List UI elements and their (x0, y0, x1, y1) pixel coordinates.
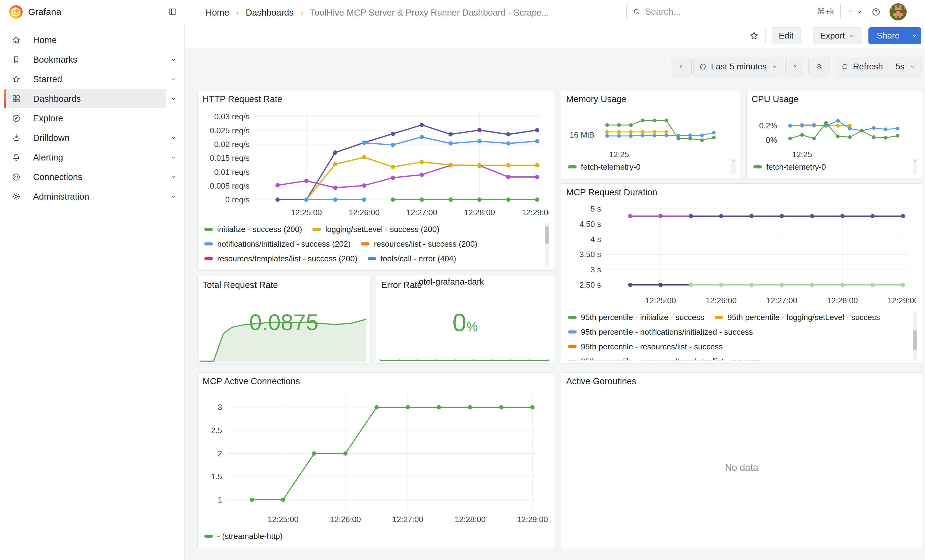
svg-text:12:25: 12:25 (792, 150, 812, 159)
panel-title[interactable]: MCP Active Connections (202, 376, 549, 389)
chevron-down-icon (856, 9, 863, 15)
legend-item[interactable]: unknown - success (200) (424, 266, 525, 267)
search-icon (633, 8, 640, 15)
panel-title[interactable]: MCP Request Duration (566, 188, 917, 200)
legend-scrollbar-thumb[interactable] (913, 159, 917, 161)
user-avatar[interactable] (889, 3, 907, 21)
sidebar-item-starred[interactable]: Starred (4, 70, 166, 89)
sidebar-item-connections[interactable]: Connections (4, 168, 166, 186)
help-button[interactable] (871, 8, 881, 17)
legend-item[interactable]: logging/setLevel - success (200) (312, 222, 439, 237)
legend-item[interactable]: tools/call - error (404) (368, 251, 456, 266)
add-button[interactable] (845, 8, 863, 17)
mcp-active-connections-chart[interactable]: 1 1.5 2 2.5 312:25:0012:26:0012:27:0012:… (202, 389, 549, 529)
sidebar-row: Alerting (4, 148, 181, 167)
svg-text:0%: 0% (765, 135, 777, 144)
legend-item[interactable]: - (streamable-http) (204, 529, 283, 543)
sidebar-item-explore[interactable]: Explore (4, 109, 166, 128)
legend-item[interactable]: tools/list - success (200) (315, 266, 413, 267)
chevron-down-icon[interactable] (170, 154, 177, 161)
legend-item[interactable]: 95th percentile - resources/templates/li… (568, 354, 759, 360)
search-shortcut: ⌘+k (817, 7, 834, 17)
legend-item[interactable]: 95th percentile - notifications/initiali… (568, 324, 753, 339)
panel-total-request-rate: Total Request Rate 0.0875 (197, 276, 371, 364)
legend-item[interactable]: fetch-telemetry-0 (568, 159, 640, 174)
memory-usage-chart[interactable]: 16 MiB12:25 (566, 107, 736, 159)
legend-scrollbar-thumb[interactable] (913, 330, 917, 350)
breadcrumb-home[interactable]: Home (206, 8, 229, 18)
chevron-down-icon (771, 63, 777, 70)
sidebar-item-bookmarks[interactable]: Bookmarks (4, 50, 166, 69)
chevron-down-icon[interactable] (170, 76, 177, 83)
legend-scrollbar (913, 311, 917, 360)
panel-title[interactable]: CPU Usage (752, 94, 917, 107)
sidebar-item-drilldown[interactable]: Drilldown (4, 128, 166, 147)
grafana-logo[interactable] (9, 5, 23, 19)
sidebar: Home Bookmarks Starred Dashboards Explor… (0, 24, 185, 560)
chevron-down-icon[interactable] (170, 135, 177, 141)
legend-scrollbar-thumb[interactable] (731, 159, 736, 161)
breadcrumb: Home › Dashboards › ToolHive MCP Server … (206, 8, 549, 18)
sidebar-item-alerting[interactable]: Alerting (4, 148, 166, 167)
plus-icon (845, 8, 855, 17)
chevron-down-icon[interactable] (170, 56, 177, 63)
export-button[interactable]: Export (813, 27, 862, 44)
active-indicator (4, 89, 6, 108)
chevron-down-icon[interactable] (170, 174, 177, 180)
svg-text:12:29:00: 12:29:00 (888, 296, 917, 305)
legend-item[interactable]: tools/call - success (200) (204, 266, 305, 267)
legend-item[interactable]: initialize - success (200) (204, 222, 302, 237)
refresh-interval-dropdown[interactable]: 5s (889, 57, 922, 76)
favorite-star-button[interactable] (749, 30, 759, 41)
time-range-picker[interactable]: Last 5 minutes (693, 57, 783, 77)
panel-title[interactable]: Memory Usage (566, 94, 736, 107)
svg-text:12:27:00: 12:27:00 (392, 515, 423, 524)
time-shift-forward-button[interactable] (785, 57, 804, 77)
svg-text:12:26:00: 12:26:00 (706, 296, 737, 305)
svg-text:0.025 req/s: 0.025 req/s (210, 126, 250, 135)
sidebar-item-home[interactable]: Home (4, 30, 166, 50)
plug-icon (12, 173, 21, 182)
breadcrumb-separator: › (300, 8, 303, 18)
share-menu-button[interactable] (908, 27, 921, 44)
legend-item[interactable]: 95th percentile - logging/setLevel - suc… (714, 310, 880, 324)
svg-text:3.50 s: 3.50 s (579, 250, 601, 259)
top-navbar: Grafana Home › Dashboards › ToolHive MCP… (0, 0, 925, 24)
chevron-down-icon[interactable] (170, 193, 177, 200)
refresh-button[interactable]: Refresh (835, 57, 889, 76)
legend-scrollbar-thumb[interactable] (545, 226, 549, 244)
active-goroutines-chart[interactable]: No data (566, 389, 917, 545)
breadcrumb-dashboards[interactable]: Dashboards (246, 8, 293, 18)
legend-item[interactable]: resources/templates/list - success (200) (204, 251, 357, 266)
zoom-out-button[interactable] (809, 57, 830, 77)
panel-title[interactable]: HTTP Request Rate (202, 94, 549, 107)
search-input[interactable]: Search... ⌘+k (627, 3, 841, 20)
legend-item[interactable]: notifications/initialized - success (202… (204, 237, 351, 251)
sidebar-row: Bookmarks (4, 50, 181, 69)
svg-text:12:27:00: 12:27:00 (766, 296, 797, 305)
panel-title[interactable]: Total Request Rate (197, 280, 370, 293)
legend-item[interactable]: 95th percentile - initialize - success (568, 310, 704, 324)
mcp-request-duration-chart[interactable]: 2.50 s 3 s 3.50 s 4 s 4.50 s 5 s12:25:00… (566, 200, 917, 310)
legend-item[interactable]: fetch-telemetry-0 (753, 159, 826, 174)
sidebar-item-administration[interactable]: Administration (4, 187, 166, 206)
svg-text:0 req/s: 0 req/s (226, 195, 250, 204)
legend-item[interactable]: 95th percentile - resources/list - succe… (568, 339, 723, 354)
sidebar-item-label: Home (33, 35, 57, 45)
legend-item[interactable]: resources/list - success (200) (361, 237, 477, 251)
svg-text:16 MiB: 16 MiB (569, 130, 594, 140)
help-icon (871, 8, 881, 17)
legend-scrollbar (731, 159, 736, 175)
edit-button[interactable]: Edit (772, 27, 800, 44)
panel-title[interactable]: Active Goroutines (566, 376, 917, 389)
share-button[interactable]: Share (868, 27, 908, 44)
sidebar-item-dashboards[interactable]: Dashboards (4, 89, 166, 108)
chevron-down-icon[interactable] (170, 95, 177, 102)
dock-menu-icon[interactable] (168, 7, 177, 17)
cpu-usage-chart[interactable]: 0.2% 0%12:25 (752, 107, 917, 159)
time-controls: Last 5 minutes Refresh 5s (671, 57, 922, 77)
time-shift-back-button[interactable] (671, 57, 691, 77)
http-request-rate-chart[interactable]: 0 req/s 0.005 req/s 0.01 req/s 0.015 req… (202, 107, 549, 222)
error-rate-value: 0% (376, 308, 554, 337)
error-rate-sparkline[interactable] (379, 351, 551, 363)
